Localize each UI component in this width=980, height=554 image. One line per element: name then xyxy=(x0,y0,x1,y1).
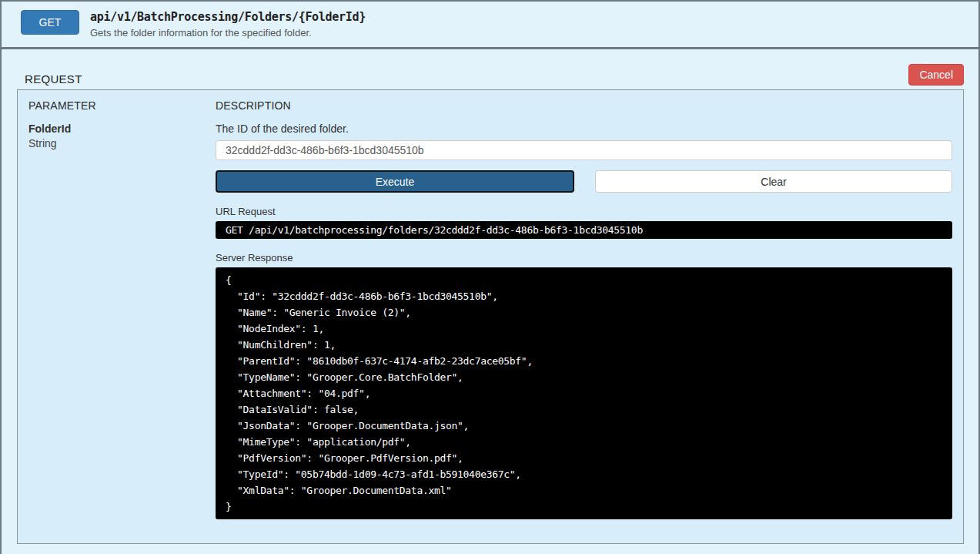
parameter-name: FolderId xyxy=(28,123,216,135)
endpoint-path: api/v1/BatchProcessing/Folders/{FolderId… xyxy=(90,10,366,24)
description-column-header: DESCRIPTION xyxy=(216,99,952,112)
request-bar: REQUEST Cancel xyxy=(25,64,964,86)
endpoint-meta: api/v1/BatchProcessing/Folders/{FolderId… xyxy=(90,9,366,39)
execute-button[interactable]: Execute xyxy=(216,170,574,193)
url-request-value: GET /api/v1/batchprocessing/folders/32cd… xyxy=(216,221,952,239)
server-response-body: { "Id": "32cddd2f-dd3c-486b-b6f3-1bcd304… xyxy=(216,267,952,519)
clear-button[interactable]: Clear xyxy=(595,170,952,193)
endpoint-header: GET api/v1/BatchProcessing/Folders/{Fold… xyxy=(2,2,978,49)
action-button-row: Execute Clear xyxy=(216,170,952,193)
endpoint-description: Gets the folder information for the spec… xyxy=(90,27,366,39)
folder-id-input[interactable] xyxy=(216,140,952,160)
parameter-panel: PARAMETER FolderId String DESCRIPTION Th… xyxy=(17,89,964,544)
server-response-label: Server Response xyxy=(216,252,952,264)
description-column: DESCRIPTION The ID of the desired folder… xyxy=(216,99,952,519)
cancel-button[interactable]: Cancel xyxy=(908,64,964,86)
http-method-button[interactable]: GET xyxy=(21,10,79,35)
parameter-type: String xyxy=(28,137,216,149)
parameter-column: PARAMETER FolderId String xyxy=(28,99,216,149)
parameter-column-header: PARAMETER xyxy=(28,99,216,112)
api-operation-panel: GET api/v1/BatchProcessing/Folders/{Fold… xyxy=(0,0,980,554)
parameter-description: The ID of the desired folder. xyxy=(216,123,952,135)
request-section-title: REQUEST xyxy=(25,72,82,86)
url-request-label: URL Request xyxy=(216,206,952,217)
